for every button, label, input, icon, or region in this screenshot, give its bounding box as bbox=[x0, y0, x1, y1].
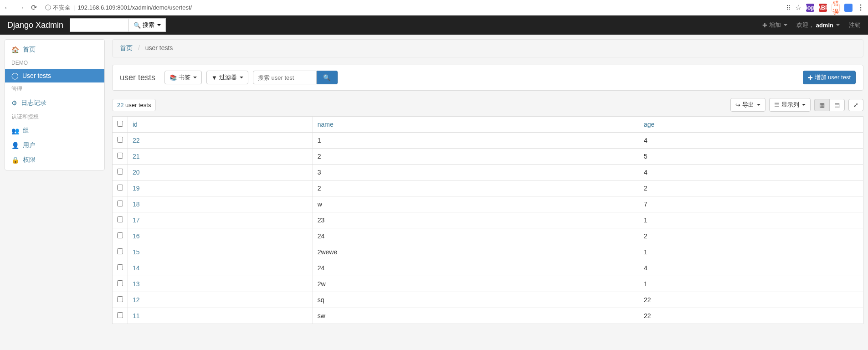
row-checkbox[interactable] bbox=[117, 201, 123, 206]
menu-dots-icon[interactable]: ⋮ bbox=[857, 3, 864, 12]
profile-avatar-icon[interactable] bbox=[844, 4, 853, 12]
row-name: 23 bbox=[313, 212, 639, 228]
sidebar-groups[interactable]: 👥组 bbox=[5, 124, 104, 138]
search-icon: 🔍 bbox=[134, 22, 141, 29]
row-id-link[interactable]: 17 bbox=[133, 216, 140, 224]
table-search-button[interactable]: 🔍 bbox=[317, 71, 338, 84]
plus-icon: ✚ bbox=[762, 22, 767, 29]
count-badge: 22 user tests bbox=[112, 99, 156, 111]
star-icon[interactable]: ☆ bbox=[795, 3, 801, 12]
row-name: 2w bbox=[313, 276, 639, 292]
bookmark-button[interactable]: 📚书签 bbox=[164, 71, 202, 84]
row-checkbox[interactable] bbox=[117, 312, 123, 318]
row-id-link[interactable]: 16 bbox=[133, 232, 140, 240]
breadcrumb: 首页 / user tests bbox=[112, 39, 863, 57]
col-header-age[interactable]: age bbox=[639, 117, 863, 133]
row-id-link[interactable]: 22 bbox=[133, 137, 140, 144]
view-grid-button[interactable]: ▤ bbox=[829, 99, 845, 111]
sidebar: 🏠首页 DEMO ◯User tests 管理 ⚙日志记录 认证和授权 👥组 👤… bbox=[5, 39, 105, 170]
row-checkbox[interactable] bbox=[117, 232, 123, 238]
row-checkbox[interactable] bbox=[117, 216, 123, 222]
filter-button[interactable]: ▼过滤器 bbox=[206, 71, 248, 84]
home-icon: 🏠 bbox=[11, 46, 19, 53]
table-row: 2214 bbox=[113, 133, 863, 149]
back-icon[interactable]: ← bbox=[4, 4, 11, 12]
columns-button[interactable]: ☰ 显示列 bbox=[769, 98, 811, 112]
ext-error-icon[interactable]: 错误 bbox=[832, 4, 840, 12]
view-table-button[interactable]: ▦ bbox=[814, 99, 829, 111]
insecure-badge: ⓘ 不安全 bbox=[45, 4, 71, 12]
translate-icon[interactable]: ⠿ bbox=[786, 4, 791, 11]
brand[interactable]: Django Xadmin bbox=[7, 21, 63, 30]
navbar: Django Xadmin 🔍 搜索 ✚ 增加 欢迎，admin 注销 bbox=[0, 15, 868, 35]
group-icon: 👥 bbox=[11, 127, 19, 134]
row-id-link[interactable]: 15 bbox=[133, 248, 140, 256]
row-name: sw bbox=[313, 308, 639, 324]
url-bar[interactable]: ⓘ 不安全 | 192.168.6.109:8001/xadmin/demo/u… bbox=[41, 4, 781, 12]
ext-icon-1[interactable]: iop bbox=[806, 4, 814, 12]
export-icon: ↪ bbox=[735, 102, 740, 108]
row-checkbox[interactable] bbox=[117, 169, 123, 175]
global-search-button[interactable]: 🔍 搜索 bbox=[129, 18, 166, 32]
col-header-id[interactable]: id bbox=[128, 117, 313, 133]
ext-abp-icon[interactable]: ABP bbox=[819, 4, 827, 12]
lock-icon: 🔒 bbox=[11, 156, 19, 164]
sidebar-home[interactable]: 🏠首页 bbox=[5, 42, 104, 57]
row-checkbox[interactable] bbox=[117, 185, 123, 190]
row-age: 2 bbox=[639, 180, 863, 196]
panel-head: user tests 📚书签 ▼过滤器 🔍 ✚ 增加 user test bbox=[113, 65, 863, 90]
data-table: id name age 221421252034192218w717231162… bbox=[112, 116, 863, 324]
row-age: 5 bbox=[639, 149, 863, 165]
row-id-link[interactable]: 21 bbox=[133, 153, 140, 160]
row-checkbox[interactable] bbox=[117, 153, 123, 159]
row-id-link[interactable]: 18 bbox=[133, 201, 140, 208]
user-menu[interactable]: 欢迎，admin bbox=[796, 21, 840, 29]
row-checkbox[interactable] bbox=[117, 296, 123, 302]
global-search-input[interactable] bbox=[70, 18, 129, 32]
sidebar-perms[interactable]: 🔒权限 bbox=[5, 153, 104, 167]
row-id-link[interactable]: 13 bbox=[133, 280, 140, 288]
breadcrumb-current: user tests bbox=[145, 44, 173, 51]
table-icon: ▦ bbox=[819, 102, 825, 108]
browser-chrome: ← → ⟳ ⓘ 不安全 | 192.168.6.109:8001/xadmin/… bbox=[0, 0, 868, 15]
table-search-input[interactable] bbox=[253, 71, 317, 84]
table-row: 16242 bbox=[113, 228, 863, 244]
sidebar-user-tests[interactable]: ◯User tests bbox=[5, 69, 104, 82]
forward-icon[interactable]: → bbox=[17, 4, 25, 12]
table-row: 17231 bbox=[113, 212, 863, 228]
reload-icon[interactable]: ⟳ bbox=[31, 3, 37, 12]
table-row: 2034 bbox=[113, 165, 863, 180]
row-checkbox[interactable] bbox=[117, 137, 123, 143]
filter-icon: ▼ bbox=[211, 74, 217, 81]
add-user-test-button[interactable]: ✚ 增加 user test bbox=[803, 71, 856, 84]
row-checkbox[interactable] bbox=[117, 280, 123, 286]
row-age: 4 bbox=[639, 133, 863, 149]
table-row: 132w1 bbox=[113, 276, 863, 292]
row-name: sq bbox=[313, 292, 639, 308]
sidebar-header-auth: 认证和授权 bbox=[5, 110, 104, 124]
gear-icon: ⚙ bbox=[11, 99, 17, 107]
table-row: 12sq22 bbox=[113, 292, 863, 308]
row-id-link[interactable]: 19 bbox=[133, 185, 140, 192]
plus-icon: ✚ bbox=[808, 74, 813, 81]
row-id-link[interactable]: 20 bbox=[133, 169, 140, 176]
add-menu[interactable]: ✚ 增加 bbox=[762, 21, 787, 29]
user-icon: 👤 bbox=[11, 142, 19, 149]
row-checkbox[interactable] bbox=[117, 248, 123, 254]
row-id-link[interactable]: 12 bbox=[133, 296, 140, 304]
expand-icon: ⤢ bbox=[853, 102, 858, 108]
row-id-link[interactable]: 14 bbox=[133, 264, 140, 272]
select-all-checkbox[interactable] bbox=[117, 121, 123, 127]
fullscreen-button[interactable]: ⤢ bbox=[848, 99, 863, 111]
row-age: 7 bbox=[639, 196, 863, 212]
export-button[interactable]: ↪ 导出 bbox=[730, 98, 765, 112]
sidebar-logs[interactable]: ⚙日志记录 bbox=[5, 96, 104, 110]
row-id-link[interactable]: 11 bbox=[133, 312, 140, 319]
table-row: 1922 bbox=[113, 180, 863, 196]
row-name: 24 bbox=[313, 260, 639, 276]
col-header-name[interactable]: name bbox=[313, 117, 639, 133]
logout-link[interactable]: 注销 bbox=[849, 21, 861, 29]
sidebar-users[interactable]: 👤用户 bbox=[5, 138, 104, 153]
breadcrumb-home[interactable]: 首页 bbox=[120, 44, 133, 51]
row-checkbox[interactable] bbox=[117, 264, 123, 270]
